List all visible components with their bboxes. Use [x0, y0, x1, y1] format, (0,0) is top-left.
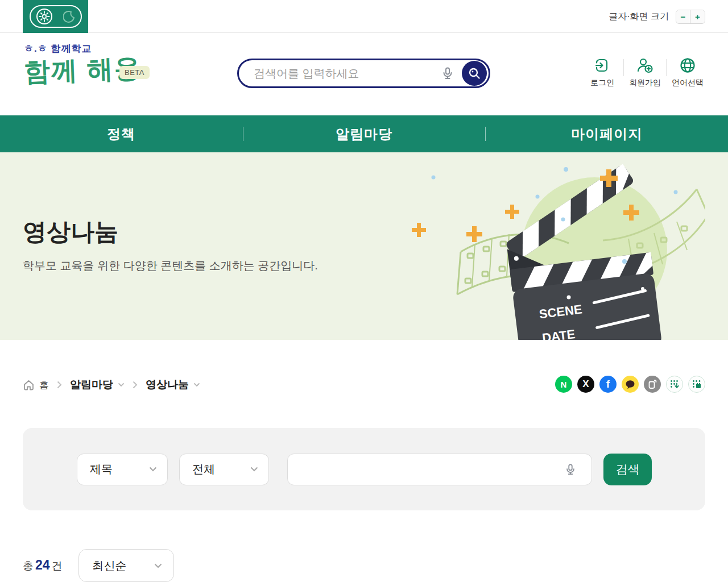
filter-field-select[interactable]: 제목: [77, 454, 168, 485]
font-size-increase-button[interactable]: +: [690, 10, 705, 23]
voice-search-mic-icon[interactable]: [438, 64, 457, 83]
language-select-label: 언어선택: [672, 78, 704, 88]
filter-search-button[interactable]: 검색: [603, 454, 652, 485]
share-kakaotalk-icon[interactable]: [622, 376, 639, 393]
breadcrumb-chevron-right-icon: [57, 381, 62, 389]
chevron-down-icon: [193, 383, 200, 387]
results-total-suffix: 건: [52, 559, 63, 573]
nav-item-mypage[interactable]: 마이페이지: [485, 115, 728, 152]
language-select-button[interactable]: 언어선택: [670, 57, 705, 88]
filter-keyword-input[interactable]: [299, 463, 561, 476]
share-naver-icon[interactable]: N: [555, 376, 572, 393]
results-total: 총 24 건: [23, 558, 63, 573]
signup-icon: [636, 57, 654, 74]
braille-print-icon[interactable]: [688, 376, 705, 393]
header-utility-menu: 로그인 회원가입: [585, 57, 705, 88]
copy-url-icon[interactable]: [644, 376, 661, 393]
share-x-twitter-icon[interactable]: X: [577, 376, 594, 393]
page-hero-banner: 영상나눔 학부모 교육을 위한 다양한 콘텐츠를 소개하는 공간입니다.: [0, 152, 728, 340]
header-search-button[interactable]: [462, 61, 487, 86]
filter-field-select-value: 제목: [90, 462, 113, 477]
site-header: ㅎ.ㅎ 함께학교 함께 해용 BETA: [0, 33, 728, 115]
header-search-input[interactable]: [254, 67, 438, 80]
font-size-control: − +: [676, 10, 705, 24]
breadcrumb-chevron-right-icon: [133, 381, 138, 389]
login-button[interactable]: 로그인: [585, 57, 620, 88]
signup-button[interactable]: 회원가입: [627, 57, 663, 88]
share-facebook-icon[interactable]: f: [599, 376, 617, 393]
dark-mode-moon-icon[interactable]: [63, 10, 76, 23]
magnifier-icon: [468, 66, 481, 80]
global-nav: 정책 알림마당 마이페이지: [0, 115, 728, 152]
clapperboard-illustration: SCENE DATE: [398, 152, 705, 340]
login-icon: [594, 57, 611, 74]
share-buttons: N X f: [555, 376, 705, 393]
search-filter-panel: 제목 전체 검색: [23, 428, 705, 510]
utility-divider: [666, 59, 667, 76]
breadcrumb-home[interactable]: 홈: [23, 379, 49, 392]
braille-download-icon[interactable]: [666, 376, 683, 393]
chevron-down-icon: [149, 467, 157, 472]
nav-item-policy[interactable]: 정책: [0, 115, 243, 152]
breadcrumb: 홈 알림마당 영상나눔: [23, 377, 200, 392]
font-size-controls: 글자·화면 크기 − +: [609, 0, 705, 33]
breadcrumb-item-notice[interactable]: 알림마당: [70, 377, 125, 392]
page-subtitle: 학부모 교육을 위한 다양한 콘텐츠를 소개하는 공간입니다.: [23, 258, 318, 273]
theme-toggle-tab: [23, 0, 88, 33]
theme-toggle[interactable]: [30, 5, 82, 28]
breadcrumb-item-current[interactable]: 영상나눔: [146, 377, 200, 392]
breadcrumb-home-label: 홈: [39, 379, 49, 392]
signup-label: 회원가입: [629, 78, 661, 88]
light-mode-sun-icon[interactable]: [36, 8, 53, 25]
utility-divider: [623, 59, 624, 76]
top-utility-bar: 글자·화면 크기 − +: [0, 0, 728, 33]
page: 글자·화면 크기 − + ㅎ.ㅎ 함께학교 함께 해용 BETA: [0, 0, 728, 582]
site-logo[interactable]: ㅎ.ㅎ 함께학교 함께 해용 BETA: [24, 42, 142, 85]
language-globe-icon: [679, 57, 696, 74]
filter-keyword-field: [287, 454, 592, 485]
results-total-prefix: 총: [23, 559, 34, 573]
home-icon: [23, 379, 35, 391]
header-search-bar: [237, 59, 490, 88]
filter-scope-select-value: 전체: [192, 462, 215, 477]
filter-voice-mic-icon[interactable]: [561, 460, 580, 479]
login-label: 로그인: [590, 78, 614, 88]
font-size-label: 글자·화면 크기: [609, 11, 669, 23]
chevron-down-icon: [250, 467, 258, 472]
font-size-decrease-button[interactable]: −: [676, 10, 690, 23]
sort-order-select[interactable]: 최신순: [78, 549, 174, 582]
chevron-down-icon: [118, 383, 125, 387]
results-meta-row: 총 24 건 최신순: [23, 549, 705, 582]
sort-order-value: 최신순: [93, 558, 127, 573]
breadcrumb-item-label: 영상나눔: [146, 377, 189, 392]
breadcrumb-item-label: 알림마당: [70, 377, 113, 392]
beta-badge: BETA: [119, 66, 150, 79]
filter-scope-select[interactable]: 전체: [179, 454, 269, 485]
breadcrumb-row: 홈 알림마당 영상나눔 N X: [0, 373, 728, 396]
results-total-count: 24: [35, 558, 50, 573]
page-title: 영상나눔: [23, 216, 118, 248]
chevron-down-icon: [154, 563, 162, 568]
nav-item-notice[interactable]: 알림마당: [243, 115, 486, 152]
